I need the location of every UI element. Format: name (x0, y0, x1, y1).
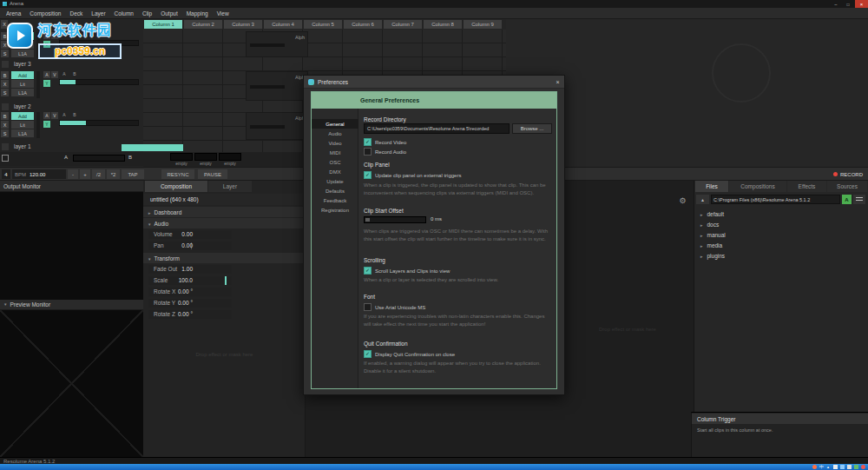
column-3-header[interactable]: Column 3 (224, 20, 262, 29)
empty-clip-slot[interactable]: empty (170, 153, 193, 166)
param-value[interactable]: 0.00 ° (167, 300, 193, 306)
layer-transition-box[interactable]: Alph (246, 71, 308, 101)
solo-button[interactable]: S (1, 89, 9, 96)
empty-clip-slot[interactable]: empty (194, 153, 217, 166)
crossfade-a-header[interactable]: A (59, 111, 69, 118)
volume-icon[interactable] (847, 465, 852, 469)
transition-slider[interactable] (250, 85, 285, 89)
param-rotate-y[interactable]: Rotate Y 0.00 ° (143, 298, 306, 308)
group-button[interactable]: L1A (11, 129, 34, 137)
tray-app2-icon[interactable] (861, 465, 865, 469)
dialog-close-icon[interactable] (553, 77, 562, 87)
browse-button[interactable]: Browse ... (512, 123, 552, 134)
layer-name[interactable]: layer 1 (14, 143, 31, 149)
group-dashboard[interactable]: Dashboard (143, 207, 306, 217)
column-6-header[interactable]: Column 6 (344, 20, 382, 29)
nav-item-midi[interactable]: MIDI (312, 148, 358, 157)
tab-sources[interactable]: Sources (827, 181, 867, 192)
bypass-button[interactable]: B (1, 71, 9, 79)
close-button[interactable] (855, 0, 868, 8)
sort-alphabetical-button[interactable]: A (842, 195, 852, 204)
expand-icon[interactable] (700, 222, 707, 228)
gear-icon[interactable] (677, 195, 688, 206)
nav-item-audio[interactable]: Audio (312, 129, 358, 138)
param-volume[interactable]: Volume 0.00 (143, 229, 306, 240)
transition-slider[interactable] (250, 125, 285, 129)
scale-slider-handle[interactable] (225, 276, 227, 285)
tab-files[interactable]: Files (695, 181, 728, 192)
expand-icon[interactable] (700, 232, 707, 238)
column-1-header[interactable]: Column 1 (144, 20, 182, 29)
layer-2-label-row[interactable]: layer 2 (0, 103, 143, 111)
tree-item-manual[interactable]: manual (700, 230, 865, 240)
list-view-button[interactable] (853, 195, 865, 204)
expand-icon[interactable] (700, 211, 707, 217)
tab-compositions[interactable]: Compositions (729, 181, 786, 192)
nav-item-video[interactable]: Video (312, 138, 358, 148)
layer-select-box[interactable] (2, 143, 9, 150)
layer-transition-box[interactable]: Alph (246, 112, 308, 140)
output-monitor-header[interactable]: Output Monitor (0, 181, 143, 192)
crossfader-slider[interactable] (73, 155, 125, 162)
group-button[interactable]: L1A (11, 89, 34, 96)
update-clip-panel-checkbox[interactable] (364, 171, 372, 179)
ime-icon[interactable]: 中 (819, 465, 824, 469)
active-clip-progress[interactable] (122, 144, 183, 151)
tap-button[interactable]: TAP (122, 169, 144, 179)
tree-item-plugins[interactable]: plugins (700, 251, 865, 261)
resync-button[interactable]: RESYNC (161, 169, 194, 179)
antivirus-icon[interactable] (854, 465, 858, 469)
menu-deck[interactable]: Deck (66, 8, 88, 19)
lit-button[interactable]: Lit (11, 80, 34, 88)
tree-item-default[interactable]: default (700, 209, 865, 219)
blend-mode-label[interactable]: Alph (295, 35, 305, 40)
column-7-header[interactable]: Column 7 (384, 20, 422, 29)
bpm-double-button[interactable]: *2 (107, 169, 120, 179)
nav-item-feedback[interactable]: Feedback (312, 195, 358, 205)
folder-up-button[interactable] (696, 195, 709, 204)
param-value[interactable]: 0.00 (167, 242, 193, 248)
transition-slider[interactable] (250, 43, 285, 47)
menu-clip[interactable]: Clip (138, 8, 156, 19)
nav-item-update[interactable]: Update (312, 176, 358, 186)
param-rotate-x[interactable]: Rotate X 0.00 ° (143, 287, 306, 297)
layer-select-box[interactable] (2, 103, 9, 110)
crossfade-b-header[interactable]: B (69, 111, 80, 118)
scroll-into-view-checkbox[interactable] (364, 267, 372, 275)
video-toggle[interactable]: V (51, 112, 58, 119)
column-trigger-header[interactable]: Column Trigger (692, 414, 868, 424)
param-value[interactable]: 0.00 (167, 231, 193, 237)
crossfade-assign-button[interactable]: X (1, 80, 9, 88)
column-2-header[interactable]: Column 2 (184, 20, 222, 29)
maximize-button[interactable] (842, 0, 854, 8)
empty-clip-slot[interactable]: empty (219, 153, 241, 166)
nav-item-osc[interactable]: OSC (312, 157, 358, 167)
windows-taskbar[interactable]: 中 (0, 464, 868, 470)
tab-effects[interactable]: Effects (787, 181, 826, 192)
column-9-header[interactable]: Column 9 (464, 20, 502, 29)
menu-column[interactable]: Column (110, 8, 138, 19)
autopilot-toggle[interactable]: Y (43, 121, 50, 128)
record-audio-checkbox[interactable] (364, 148, 372, 156)
expand-icon[interactable] (700, 253, 707, 259)
param-value[interactable]: 1.00 (167, 266, 193, 272)
minimize-button[interactable] (830, 0, 842, 8)
column-8-header[interactable]: Column 8 (424, 20, 462, 29)
record-video-checkbox[interactable] (364, 138, 372, 146)
bpm-half-button[interactable]: /2 (92, 169, 105, 179)
column-5-header[interactable]: Column 5 (304, 20, 342, 29)
layer-name[interactable]: layer 2 (14, 103, 31, 109)
param-value[interactable]: 0.00 ° (167, 311, 193, 317)
slider-handle[interactable] (365, 218, 370, 222)
bpm-display[interactable]: BPM 120.00 (12, 169, 66, 179)
quit-confirmation-checkbox[interactable] (364, 350, 372, 358)
menu-arena[interactable]: Arena (2, 8, 25, 19)
tree-item-media[interactable]: media (700, 241, 865, 250)
blend-mode-button[interactable]: Add (11, 112, 34, 120)
column-4-header[interactable]: Column 4 (264, 20, 302, 29)
bpm-decrease-button[interactable]: - (68, 169, 78, 179)
expand-icon[interactable] (700, 242, 707, 248)
param-fade-out[interactable]: Fade Out 1.00 (143, 264, 306, 275)
clip-start-offset-slider[interactable] (364, 216, 426, 223)
solo-button[interactable]: S (1, 129, 9, 137)
